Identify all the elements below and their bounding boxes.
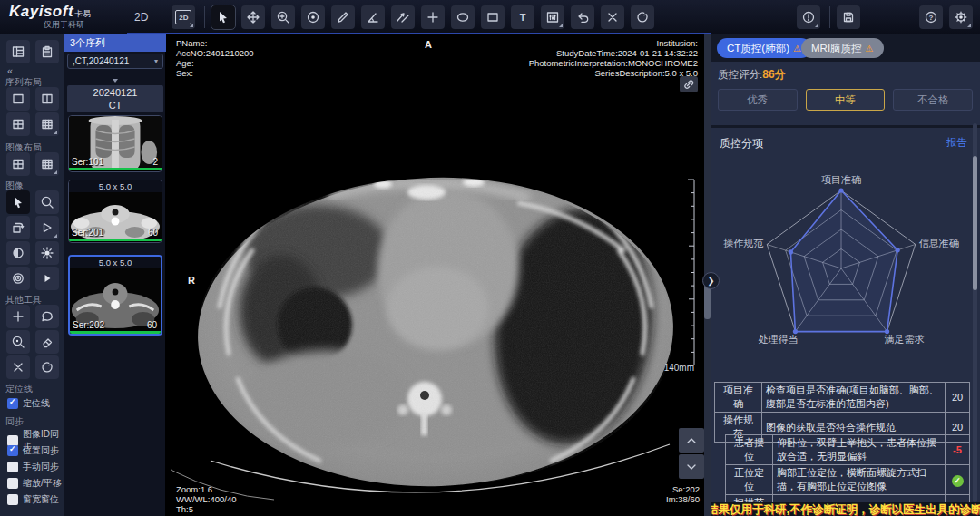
thumbnail-series-201[interactable]: 5.0 x 5.0 Ser:201 60	[68, 180, 162, 243]
play-flag-button[interactable]	[35, 216, 59, 239]
window-level-icon	[306, 10, 320, 24]
image-cursor-button[interactable]	[6, 190, 30, 214]
img-layout-3x3-button[interactable]	[35, 152, 59, 176]
angle-icon	[366, 10, 380, 24]
manual-sync-checkbox[interactable]	[7, 462, 18, 472]
cursor-tool-button[interactable]	[211, 5, 235, 29]
clear-button[interactable]	[6, 355, 30, 379]
rect-roi-button[interactable]	[481, 5, 505, 29]
layout-1x1-button[interactable]	[6, 87, 30, 111]
point-tool-button[interactable]	[421, 5, 445, 29]
panel-collapse-handle[interactable]: ❯	[702, 272, 720, 289]
undo-button[interactable]	[571, 5, 594, 29]
link-series-button[interactable]	[680, 76, 698, 92]
image-adjust-button[interactable]	[541, 5, 564, 29]
info-icon	[801, 10, 816, 24]
qc-subsection-title: 质控分项	[720, 136, 763, 151]
delete-annotation-button[interactable]	[601, 5, 624, 29]
rotate-image-button[interactable]	[6, 216, 30, 239]
brightness-button[interactable]	[35, 241, 59, 265]
image-count: 60	[147, 320, 157, 330]
zoom-pan-sync-checkbox[interactable]	[7, 478, 18, 489]
checkbox-row-manual-sync: 手动同步	[7, 461, 59, 473]
window-level-tool-button[interactable]	[301, 5, 325, 29]
help-button[interactable]: ?	[919, 5, 943, 29]
series-dropdown[interactable]: ,CT,20240121 ▾	[67, 54, 163, 69]
text-annotation-button[interactable]: T	[511, 5, 534, 29]
group-collapse-icon[interactable]	[113, 79, 118, 83]
eraser-button[interactable]	[35, 330, 59, 354]
grade-excellent-button[interactable]: 优秀	[718, 89, 798, 111]
layout-2x2-button[interactable]	[6, 112, 30, 136]
grade-fail-button[interactable]: 不合格	[893, 89, 973, 111]
main-viewport[interactable]: PName:AccNO:2401210200Age:Sex: Institusi…	[165, 34, 710, 516]
pan-tool-button[interactable]	[241, 5, 265, 29]
svg-text:操作规范: 操作规范	[723, 238, 763, 248]
mode-2d-button[interactable]: 2D	[172, 5, 195, 29]
invert-button[interactable]	[6, 241, 30, 265]
qc-row-label: 项目准确	[715, 383, 762, 413]
checkbox-row-position-sync: 位置同步	[7, 444, 59, 457]
ellipse-roi-button[interactable]	[451, 5, 475, 29]
series-number: Ser:202	[73, 320, 104, 330]
info-button[interactable]	[797, 5, 820, 29]
thumbnail-series-101[interactable]: Ser:101 2	[68, 115, 162, 172]
tab-ct-qc[interactable]: CT质控(肺部) ⚠	[717, 38, 811, 58]
series-image-overlay: Se:202Im:38/60	[666, 484, 700, 504]
app-logo: Kayisoft卡易 仅用于科研	[0, 0, 125, 34]
img-layout-2x2-button[interactable]	[6, 152, 30, 176]
study-group-header[interactable]: 20240121 CT	[67, 85, 163, 112]
settings-button[interactable]	[949, 5, 973, 29]
zoom-tool-button[interactable]	[271, 5, 295, 29]
thumbnail-series-202[interactable]: 5.0 x 5.0 Ser:202 60	[68, 255, 162, 336]
layout-icon	[11, 44, 25, 59]
report-link[interactable]: 报告	[946, 136, 967, 150]
angle-tool-button[interactable]	[361, 5, 385, 29]
refresh-button[interactable]	[35, 355, 59, 379]
scroll-down-button[interactable]	[679, 454, 704, 479]
section-label-sync: 同步	[5, 415, 24, 428]
grade-medium-button[interactable]: 中等	[806, 89, 886, 111]
layout-1x2-button[interactable]	[35, 87, 59, 111]
tab-mri-qc[interactable]: MRI脑质控 ⚠	[801, 38, 884, 58]
find-button[interactable]	[6, 330, 30, 354]
qc-panel: CT质控(肺部) ⚠ MRI脑质控 ⚠ 质控评分:86分 优秀 中等 不合格 质…	[710, 34, 980, 516]
collapse-sidebar-button[interactable]: «	[7, 65, 13, 76]
save-icon	[841, 10, 856, 24]
mode-label: 2D	[134, 11, 148, 24]
report-button[interactable]	[35, 40, 59, 63]
undo-icon	[575, 10, 590, 24]
qc-subrow-positioning: 患者摆位 仰卧位，双臂上举抱头，患者体位摆放合适，无明显偏斜 -5	[726, 435, 970, 465]
save-button[interactable]	[837, 5, 860, 29]
measure-tool-button[interactable]	[331, 5, 355, 29]
series-size-label: 5.0 x 5.0	[70, 257, 161, 268]
panel-scrollbar-thumb[interactable]	[973, 156, 977, 290]
layout-1x2-icon	[40, 92, 54, 106]
magnifier-button[interactable]	[35, 190, 59, 214]
cine-play-button[interactable]	[35, 267, 59, 290]
qc-subrow-label: 正位定位	[726, 465, 773, 495]
layout-button[interactable]	[6, 40, 30, 63]
svg-text:信息准确: 信息准确	[919, 238, 959, 248]
locator-checkbox[interactable]	[7, 398, 18, 409]
series-count-header: 3个序列	[64, 34, 166, 52]
point-add-button[interactable]	[6, 305, 30, 328]
cobb-angle-tool-button[interactable]	[391, 5, 415, 29]
brightness-icon	[40, 246, 54, 260]
reset-button[interactable]	[631, 5, 654, 29]
comment-button[interactable]	[35, 305, 59, 328]
refresh-icon	[40, 360, 54, 375]
qc-tabs-row: CT质控(肺部) ⚠ MRI脑质控 ⚠	[710, 34, 980, 62]
target-button[interactable]	[6, 267, 30, 290]
window-sync-checkbox[interactable]	[7, 494, 18, 505]
scroll-up-button[interactable]	[679, 428, 704, 453]
rotate-icon	[11, 220, 25, 235]
qc-subrow-desc: 胸部正位定位，横断面螺旋方式扫描，有胸部正位定位图像	[773, 465, 946, 495]
layout-3x3-button[interactable]	[35, 112, 59, 136]
search-icon	[40, 195, 54, 209]
zoom-window-overlay: Zoom:1.6WW/WL:400/40Th:5	[176, 484, 237, 514]
load-progress-bar	[69, 168, 162, 170]
manual-sync-label: 手动同步	[23, 461, 59, 473]
position-sync-checkbox[interactable]	[7, 445, 18, 456]
comment-icon	[40, 309, 54, 324]
